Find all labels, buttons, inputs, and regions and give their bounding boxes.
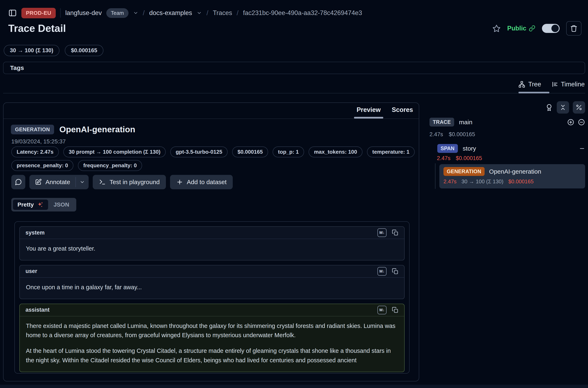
- breadcrumb-separator: /: [143, 9, 145, 17]
- message-content: There existed a majestic planet called L…: [20, 316, 404, 372]
- message-role: assistant: [25, 307, 49, 313]
- preview-tab-active-indicator: [354, 117, 383, 119]
- expand-all-icon[interactable]: [567, 119, 574, 126]
- title-actions: Public: [492, 21, 581, 36]
- message-header: user M↓: [20, 265, 404, 278]
- tags-label: Tags: [10, 64, 24, 71]
- observation-timestamp: 19/03/2024, 15:25:37: [11, 138, 66, 145]
- pretty-label: Pretty: [18, 201, 34, 208]
- generation-name: OpenAI-generation: [489, 168, 541, 175]
- cost-badge: $0.000165: [65, 45, 103, 56]
- breadcrumb-traces[interactable]: Traces: [213, 9, 232, 17]
- message-assistant: assistant M↓ There existed a majestic pl…: [19, 304, 405, 372]
- generation-latency: 2.47s: [443, 178, 457, 185]
- divider: [60, 8, 61, 18]
- tab-preview[interactable]: Preview: [357, 106, 381, 119]
- cost-badge: $0.000165: [232, 146, 268, 157]
- pretty-segment[interactable]: Pretty: [13, 199, 48, 210]
- span-cost: $0.000165: [456, 155, 482, 162]
- message-user: user M↓ Once upon a time in a galaxy far…: [19, 265, 405, 299]
- messages-container: system M↓ You are a great storyteller. u…: [14, 221, 409, 374]
- tab-scores-label: Scores: [392, 106, 413, 113]
- collapse-all-button[interactable]: [557, 101, 569, 114]
- copy-icon[interactable]: [392, 229, 398, 236]
- fold-vertical-icon: [559, 104, 566, 111]
- markdown-toggle-icon[interactable]: M↓: [378, 306, 386, 314]
- award-icon[interactable]: [545, 103, 553, 111]
- tree-node-span[interactable]: SPAN story: [437, 144, 585, 153]
- observation-title: OpenAI-generation: [59, 125, 135, 134]
- timeline-icon: [551, 81, 558, 88]
- annotate-menu-button[interactable]: [76, 175, 89, 189]
- message-role: user: [25, 268, 37, 274]
- delete-trace-button[interactable]: [566, 21, 581, 36]
- trace-badge: TRACE: [430, 118, 454, 126]
- tab-scores[interactable]: Scores: [392, 106, 413, 119]
- temperature-badge: temperature: 1: [367, 146, 415, 157]
- latency-badge: Latency: 2.47s: [11, 146, 59, 157]
- message-role: system: [25, 230, 45, 236]
- metrics-toggle-button[interactable]: [573, 101, 585, 114]
- add-to-dataset-label: Add to dataset: [187, 179, 226, 186]
- annotate-button[interactable]: Annotate: [29, 175, 75, 189]
- title-row: Trace Detail Public: [8, 20, 581, 37]
- tree-node-generation-selected[interactable]: GENERATION OpenAI-generation 2.47s 30 → …: [439, 164, 585, 189]
- test-in-playground-button[interactable]: Test in playground: [93, 175, 166, 189]
- comment-button[interactable]: [11, 175, 25, 189]
- trace-summary-badges: 30 → 100 (Σ 130) $0.000165: [4, 45, 103, 56]
- chevron-down-icon[interactable]: [133, 10, 138, 16]
- org-type-chip[interactable]: Team: [106, 8, 129, 18]
- breadcrumb-project[interactable]: docs-examples: [149, 9, 192, 17]
- markdown-toggle-icon[interactable]: M↓: [378, 267, 386, 276]
- public-link[interactable]: Public: [507, 25, 535, 32]
- breadcrumb-trace-id: fac231bc-90ee-490a-aa32-78c4269474e3: [243, 9, 362, 17]
- observation-type-badge: GENERATION: [11, 125, 54, 134]
- minus-icon[interactable]: [579, 146, 585, 152]
- collapse-all-icon[interactable]: [578, 119, 585, 126]
- breadcrumb-org[interactable]: langfuse-dev: [65, 9, 102, 17]
- plus-icon: [176, 179, 183, 186]
- add-to-dataset-button[interactable]: Add to dataset: [170, 175, 233, 189]
- token-badge: 30 prompt → 100 completion (Σ 130): [63, 146, 166, 157]
- toggle-knob: [551, 25, 559, 32]
- message-tools: M↓: [378, 306, 398, 314]
- json-segment[interactable]: JSON: [48, 201, 74, 208]
- token-usage-badge: 30 → 100 (Σ 130): [4, 45, 59, 56]
- trash-icon: [570, 25, 578, 32]
- generation-tokens: 30 → 100 (Σ 130): [462, 178, 503, 185]
- message-content: You are a great storyteller.: [20, 239, 404, 260]
- span-stats: 2.47s $0.000165: [437, 155, 482, 162]
- message-paragraph: Once upon a time in a galaxy far, far aw…: [26, 283, 398, 292]
- breadcrumb-separator: /: [237, 9, 239, 17]
- tree-node-trace[interactable]: TRACE main: [430, 118, 585, 126]
- markdown-toggle-icon[interactable]: M↓: [378, 228, 386, 237]
- breadcrumb: PROD-EU langfuse-dev Team / docs-example…: [8, 7, 580, 19]
- observation-actions: Annotate Test in playground Add to datas…: [11, 175, 233, 189]
- public-toggle[interactable]: [542, 24, 560, 33]
- message-header: system M↓: [20, 227, 404, 239]
- top-p-badge: top_p: 1: [273, 146, 304, 157]
- copy-icon[interactable]: [392, 307, 398, 313]
- observation-header: GENERATION OpenAI-generation: [11, 125, 135, 134]
- percent-icon: [575, 104, 583, 111]
- generation-badge: GENERATION: [443, 167, 485, 176]
- copy-icon[interactable]: [392, 268, 398, 275]
- public-label: Public: [507, 25, 526, 32]
- tags-container[interactable]: Tags: [3, 62, 585, 74]
- sparkles-icon: [37, 201, 44, 208]
- observation-preview-panel: Preview Scores GENERATION OpenAI-generat…: [3, 102, 419, 381]
- span-badge: SPAN: [437, 144, 458, 153]
- tab-tree[interactable]: Tree: [518, 81, 541, 88]
- sidebar-toggle-icon[interactable]: [8, 9, 17, 17]
- panel-tabs: Preview Scores: [357, 106, 413, 119]
- star-icon[interactable]: [492, 24, 501, 32]
- message-header: assistant M↓: [20, 304, 404, 316]
- chevron-down-icon[interactable]: [197, 10, 202, 16]
- format-toggle: Pretty JSON: [11, 198, 76, 212]
- tab-timeline[interactable]: Timeline: [551, 81, 585, 88]
- playground-label: Test in playground: [110, 179, 160, 186]
- observation-params-row1: Latency: 2.47s 30 prompt → 100 completio…: [11, 146, 415, 157]
- message-paragraph: There existed a majestic planet called L…: [26, 321, 398, 340]
- annotate-label: Annotate: [45, 179, 70, 186]
- message-system: system M↓ You are a great storyteller.: [19, 226, 405, 261]
